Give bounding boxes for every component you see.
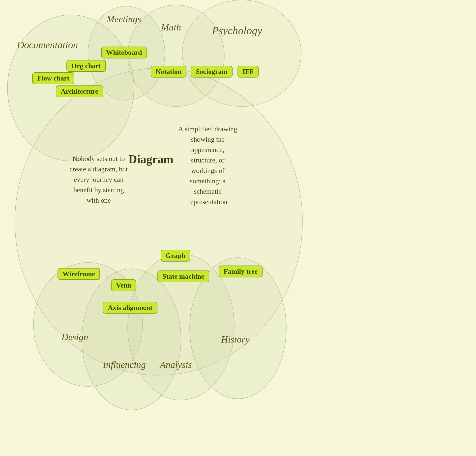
tag-axis-alignment[interactable]: Axis alignment — [103, 302, 157, 314]
tag-whiteboard[interactable]: Whiteboard — [101, 47, 147, 58]
category-meetings: Meetings — [107, 14, 141, 25]
category-history: History — [221, 334, 249, 345]
category-design: Design — [61, 331, 88, 342]
tag-venn[interactable]: Venn — [111, 279, 136, 291]
tag-flow-chart[interactable]: Flow chart — [32, 72, 74, 84]
diagram-quote: Nobody sets out tocreate a diagram, bute… — [61, 154, 136, 206]
tag-family-tree[interactable]: Family tree — [219, 266, 263, 277]
category-analysis: Analysis — [160, 359, 192, 370]
tag-sociogram[interactable]: Sociogram — [191, 66, 233, 78]
tag-org-chart[interactable]: Org chart — [66, 60, 106, 72]
category-math: Math — [161, 22, 181, 33]
category-documentation: Documentation — [17, 39, 78, 51]
tag-graph[interactable]: Graph — [161, 250, 190, 262]
diagram-description: A simplified drawingshowing theappearanc… — [173, 124, 242, 207]
tag-architecture[interactable]: Architecture — [56, 85, 103, 97]
category-psychology: Psychology — [212, 24, 262, 37]
tag-state-machine[interactable]: State machine — [157, 270, 209, 282]
tag-notation[interactable]: Notation — [151, 66, 186, 78]
tag-iff[interactable]: IFF — [238, 66, 259, 78]
category-influencing: Influencing — [103, 359, 146, 370]
tag-wireframe[interactable]: Wireframe — [58, 268, 100, 280]
diagram-canvas: Meetings Math Psychology Documentation D… — [0, 0, 476, 456]
